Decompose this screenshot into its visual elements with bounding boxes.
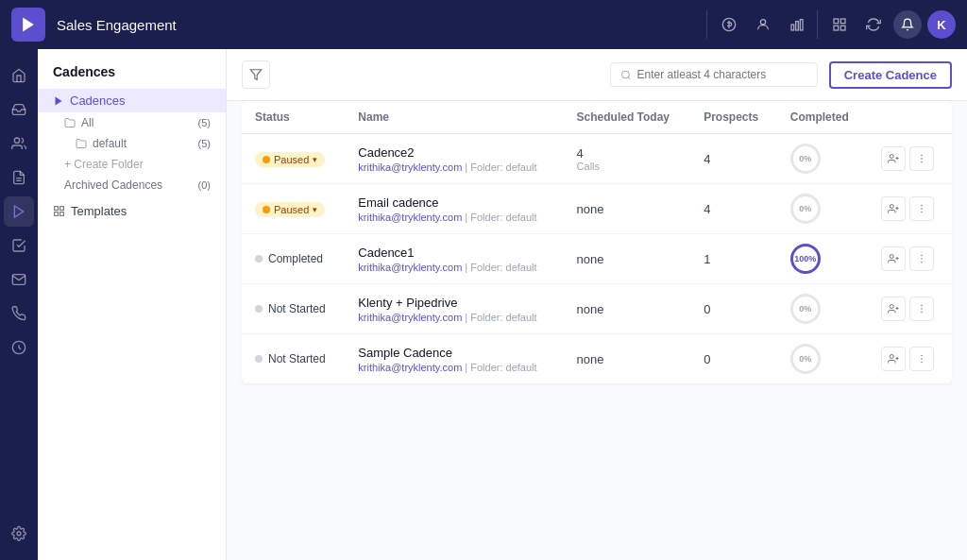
top-nav: Sales Engagement (0, 0, 967, 49)
svg-point-30 (890, 205, 893, 209)
svg-rect-8 (834, 25, 839, 30)
archived-count: (0) (198, 179, 211, 191)
name-cell-2: Cadence1 krithika@tryklenty.com | Folder… (345, 234, 563, 284)
cadence-name: Email cadence (358, 195, 550, 210)
phone-icon[interactable] (4, 298, 34, 329)
svg-point-41 (921, 262, 923, 263)
app-logo[interactable] (11, 8, 45, 42)
sidebar-item-default[interactable]: default (5) (64, 133, 226, 154)
svg-point-39 (921, 255, 923, 257)
svg-marker-21 (250, 70, 262, 80)
cadence-meta: krithika@tryklenty.com | Folder: default (358, 262, 550, 273)
nav-icon-group-left (706, 10, 811, 39)
name-cell-4: Sample Cadence krithika@tryklenty.com | … (345, 334, 563, 384)
dollar-icon[interactable] (715, 10, 743, 39)
svg-rect-6 (834, 19, 839, 24)
sidebar: Cadences Cadences All (5) default (5) + … (38, 49, 227, 560)
folder-icon (64, 117, 76, 128)
svg-point-29 (921, 161, 923, 163)
default-label: default (93, 137, 127, 150)
people-icon[interactable] (4, 128, 34, 159)
create-folder-btn[interactable]: + Create Folder (64, 154, 226, 175)
table-row: Not Started Sample Cadence krithika@tryk… (242, 334, 952, 384)
sidebar-title: Cadences (38, 60, 226, 89)
more-options-button[interactable] (909, 146, 934, 171)
status-cell-inner: Not Started (255, 302, 331, 315)
analytics-icon[interactable] (4, 332, 34, 363)
svg-point-2 (760, 20, 765, 25)
progress-circle: 0% (790, 294, 821, 324)
col-completed: Completed (777, 101, 868, 134)
notification-bell[interactable] (893, 10, 922, 39)
progress-circle: 0% (790, 344, 821, 374)
cadence-meta: krithika@tryklenty.com | Folder: default (358, 212, 550, 223)
status-dot (255, 305, 263, 313)
tasks-icon[interactable] (4, 230, 34, 261)
more-options-button[interactable] (909, 347, 934, 371)
svg-point-27 (921, 155, 923, 157)
status-cell-0: Paused ▾ (242, 134, 345, 184)
svg-line-23 (628, 76, 630, 78)
progress-circle: 100% (790, 244, 821, 274)
sidebar-item-cadences[interactable]: Cadences (38, 89, 226, 112)
add-prospect-button[interactable] (881, 297, 906, 321)
user-icon[interactable] (749, 10, 777, 39)
add-prospect-button[interactable] (881, 347, 906, 371)
sidebar-sub-items: All (5) default (5) + Create Folder Arch… (38, 112, 226, 195)
filter-button[interactable] (242, 60, 270, 89)
chart-icon[interactable] (783, 10, 811, 39)
table-header-row: Status Name Scheduled Today Prospects Co… (242, 101, 952, 134)
cadence-name: Cadence2 (358, 145, 550, 160)
svg-point-22 (621, 71, 629, 78)
refresh-icon[interactable] (859, 10, 888, 39)
progress-circle: 0% (790, 144, 821, 174)
action-cell-1 (868, 184, 952, 234)
home-icon[interactable] (4, 60, 34, 91)
sidebar-item-archived[interactable]: Archived Cadences (0) (64, 175, 226, 195)
sidebar-item-templates[interactable]: Templates (38, 199, 226, 223)
status-badge[interactable]: Paused ▾ (255, 202, 325, 217)
cadences-nav-icon[interactable] (4, 196, 34, 227)
svg-point-51 (921, 355, 923, 357)
status-cell-2: Completed (242, 234, 345, 284)
prospects-cell-1: 4 (690, 184, 777, 234)
more-options-button[interactable] (909, 297, 934, 321)
email-icon[interactable] (4, 264, 34, 295)
templates-label: Templates (71, 204, 127, 218)
more-options-button[interactable] (909, 246, 934, 271)
svg-point-35 (921, 212, 923, 213)
col-actions (868, 101, 952, 134)
content-header: Create Cadence (227, 49, 967, 101)
cadence-meta: krithika@tryklenty.com | Folder: default (358, 312, 550, 323)
user-avatar[interactable]: K (927, 10, 956, 39)
add-prospect-button[interactable] (881, 246, 906, 271)
all-label: All (81, 116, 93, 129)
svg-rect-7 (840, 19, 845, 24)
sidebar-item-all[interactable]: All (5) (64, 112, 226, 133)
settings-icon[interactable] (4, 518, 34, 549)
inbox-icon[interactable] (4, 94, 34, 125)
svg-point-15 (17, 532, 21, 535)
scheduled-cell-3: none (564, 284, 691, 334)
create-cadence-button[interactable]: Create Cadence (829, 61, 952, 89)
prospects-cell-3: 0 (690, 284, 777, 334)
document-icon[interactable] (4, 162, 34, 193)
more-options-button[interactable] (909, 196, 934, 221)
svg-point-36 (890, 255, 893, 259)
search-input[interactable] (637, 68, 807, 81)
grid-icon[interactable] (825, 10, 854, 39)
app-title: Sales Engagement (57, 17, 706, 33)
action-cell-4 (868, 334, 952, 384)
cadences-table: Status Name Scheduled Today Prospects Co… (242, 101, 952, 383)
name-cell-0: Cadence2 krithika@tryklenty.com | Folder… (345, 134, 563, 184)
add-prospect-button[interactable] (881, 146, 906, 171)
status-badge[interactable]: Paused ▾ (255, 152, 325, 167)
add-prospect-button[interactable] (881, 196, 906, 221)
status-cell-4: Not Started (242, 334, 345, 384)
status-cell-inner: Completed (255, 252, 331, 265)
svg-point-46 (921, 308, 923, 310)
svg-rect-20 (60, 212, 64, 216)
nav-icons: K (706, 10, 956, 39)
svg-marker-13 (14, 206, 23, 217)
cadences-icon (53, 95, 64, 107)
